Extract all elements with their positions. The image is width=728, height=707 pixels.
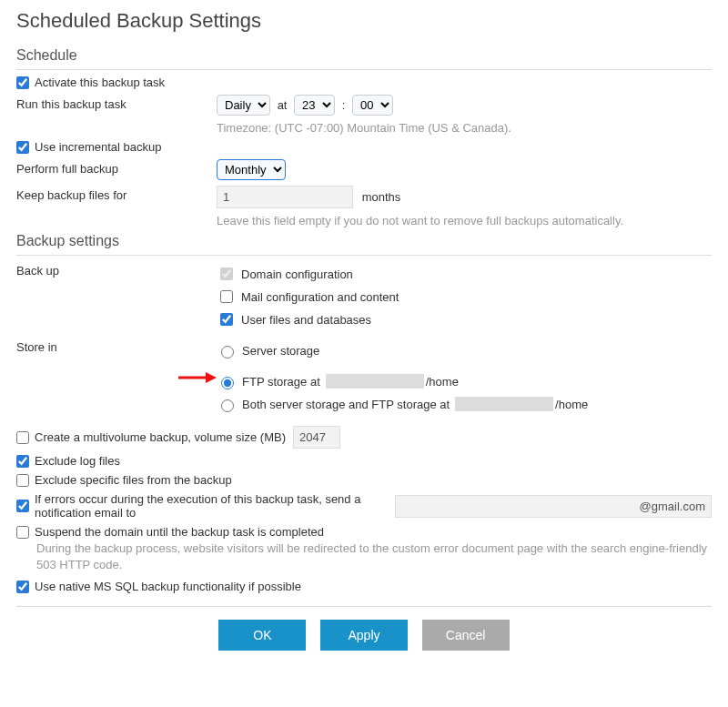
backup-label: Back up bbox=[16, 261, 217, 278]
apply-button[interactable]: Apply bbox=[320, 620, 408, 651]
activate-backup-label: Activate this backup task bbox=[35, 76, 165, 89]
colon-text: : bbox=[342, 98, 346, 112]
store-both-prefix: Both server storage and FTP storage at bbox=[242, 398, 450, 411]
section-schedule: Schedule bbox=[16, 47, 712, 70]
exclude-logs-label: Exclude log files bbox=[35, 454, 120, 468]
mssql-checkbox[interactable] bbox=[16, 581, 29, 593]
ok-button[interactable]: OK bbox=[218, 620, 306, 651]
keep-note: Leave this field empty if you do not wan… bbox=[217, 214, 712, 227]
user-files-checkbox[interactable] bbox=[220, 313, 233, 326]
page-title: Scheduled Backup Settings bbox=[16, 9, 712, 33]
incremental-label: Use incremental backup bbox=[35, 140, 161, 154]
timezone-note: Timezone: (UTC -07:00) Mountain Time (US… bbox=[217, 121, 712, 135]
notify-label: If errors occur during the execution of … bbox=[35, 492, 389, 520]
store-ftp-radio[interactable] bbox=[221, 377, 234, 389]
run-task-label: Run this backup task bbox=[16, 95, 217, 111]
exclude-logs-checkbox[interactable] bbox=[16, 455, 29, 468]
store-ftp-prefix: FTP storage at bbox=[242, 375, 320, 389]
multivolume-checkbox[interactable] bbox=[16, 431, 29, 444]
section-backup: Backup settings bbox=[16, 233, 712, 256]
domain-config-label: Domain configuration bbox=[241, 268, 353, 281]
store-in-label: Store in bbox=[16, 338, 217, 354]
exclude-specific-checkbox[interactable] bbox=[16, 474, 29, 487]
suspend-checkbox[interactable] bbox=[16, 526, 29, 539]
arrow-icon bbox=[178, 370, 217, 385]
store-server-radio[interactable] bbox=[221, 346, 234, 359]
svg-marker-1 bbox=[206, 372, 217, 383]
mail-config-checkbox[interactable] bbox=[220, 290, 233, 303]
multivolume-input bbox=[293, 426, 340, 449]
ftp-host-redacted bbox=[326, 374, 424, 389]
at-text: at bbox=[278, 98, 288, 112]
keep-unit: months bbox=[362, 190, 401, 204]
cancel-button[interactable]: Cancel bbox=[422, 620, 510, 651]
suspend-label: Suspend the domain until the backup task… bbox=[35, 525, 324, 539]
hour-select[interactable]: 23 bbox=[294, 95, 335, 116]
domain-config-checkbox bbox=[220, 268, 233, 280]
keep-input[interactable] bbox=[217, 186, 353, 208]
minute-select[interactable]: 00 bbox=[352, 95, 393, 116]
both-host-redacted bbox=[455, 397, 553, 411]
store-both-suffix: /home bbox=[555, 398, 588, 411]
mail-config-label: Mail configuration and content bbox=[241, 290, 399, 304]
frequency-select[interactable]: Daily bbox=[217, 95, 270, 116]
notify-email-input[interactable] bbox=[395, 495, 712, 518]
store-server-label: Server storage bbox=[242, 344, 319, 358]
keep-label: Keep backup files for bbox=[16, 186, 217, 202]
full-backup-select[interactable]: Monthly bbox=[217, 159, 286, 180]
mssql-label: Use native MS SQL backup functionality i… bbox=[35, 580, 301, 593]
user-files-label: User files and databases bbox=[241, 313, 371, 327]
suspend-description: During the backup process, website visit… bbox=[36, 540, 712, 572]
full-backup-label: Perform full backup bbox=[16, 159, 217, 176]
store-both-radio[interactable] bbox=[221, 399, 234, 412]
exclude-specific-label: Exclude specific files from the backup bbox=[35, 473, 232, 487]
incremental-checkbox[interactable] bbox=[16, 141, 29, 154]
activate-backup-checkbox[interactable] bbox=[16, 76, 29, 89]
multivolume-label: Create a multivolume backup, volume size… bbox=[35, 430, 286, 444]
store-ftp-suffix: /home bbox=[426, 375, 459, 389]
notify-checkbox[interactable] bbox=[16, 500, 29, 512]
